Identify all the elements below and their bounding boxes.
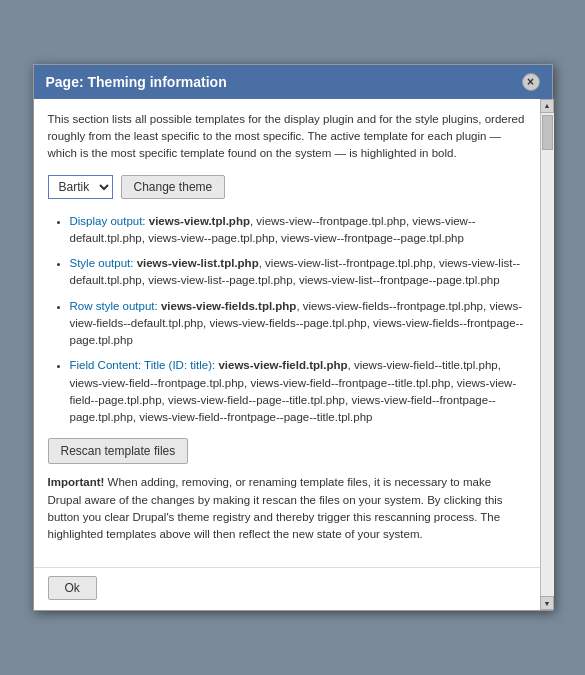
template-active-row: views-view-fields.tpl.php	[161, 300, 296, 312]
template-label-display: Display output:	[70, 215, 149, 227]
template-label-field: Field Content: Title (ID: title):	[70, 359, 219, 371]
list-item: Row style output: views-view-fields.tpl.…	[70, 298, 526, 350]
scroll-thumb[interactable]	[542, 115, 553, 150]
theme-controls: Bartik Change theme	[48, 175, 526, 199]
close-button[interactable]: ×	[522, 73, 540, 91]
ok-button[interactable]: Ok	[48, 576, 97, 600]
modal-dialog: Page: Theming information × This section…	[33, 64, 553, 612]
theme-select[interactable]: Bartik	[48, 175, 113, 199]
scrollbar[interactable]: ▲ ▼	[540, 99, 554, 611]
list-item: Style output: views-view-list.tpl.php, v…	[70, 255, 526, 290]
template-label-row: Row style output:	[70, 300, 161, 312]
template-label-style: Style output:	[70, 257, 137, 269]
modal-content: This section lists all possible template…	[34, 99, 540, 611]
template-active-style: views-view-list.tpl.php	[137, 257, 259, 269]
template-list: Display output: views-view.tpl.php, view…	[48, 213, 526, 427]
rescan-button[interactable]: Rescan template files	[48, 438, 189, 464]
modal-title: Page: Theming information	[46, 74, 227, 90]
important-label: Important!	[48, 476, 105, 488]
scroll-down-button[interactable]: ▼	[540, 596, 554, 610]
description-text: This section lists all possible template…	[48, 111, 526, 163]
important-text: Important! When adding, removing, or ren…	[48, 474, 526, 543]
list-item: Field Content: Title (ID: title): views-…	[70, 357, 526, 426]
scroll-up-button[interactable]: ▲	[540, 99, 554, 113]
template-active-field: views-view-field.tpl.php	[218, 359, 347, 371]
important-body: When adding, removing, or renaming templ…	[48, 476, 503, 540]
modal-footer: Ok	[34, 567, 540, 610]
scroll-track	[541, 113, 554, 597]
modal-body: This section lists all possible template…	[34, 99, 540, 568]
template-active-display: views-view.tpl.php	[149, 215, 250, 227]
change-theme-button[interactable]: Change theme	[121, 175, 226, 199]
modal-header: Page: Theming information ×	[34, 65, 552, 99]
list-item: Display output: views-view.tpl.php, view…	[70, 213, 526, 248]
